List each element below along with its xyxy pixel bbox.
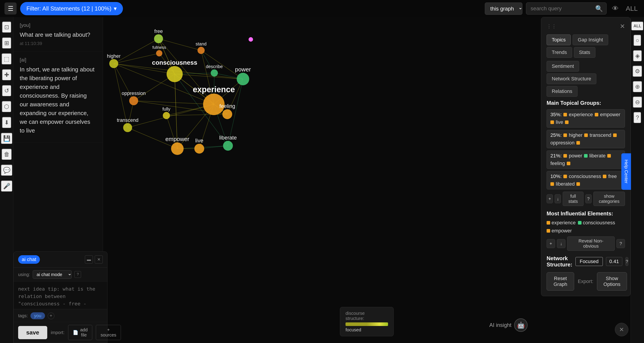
- microphone-icon[interactable]: 🎤: [1, 180, 12, 192]
- all-text-label: ALL: [626, 5, 638, 12]
- dot-empower: [595, 113, 598, 116]
- node-fully[interactable]: fully: [162, 106, 170, 119]
- chat-bubble-icon[interactable]: 💬: [1, 164, 12, 176]
- all-label-button[interactable]: ALL: [624, 3, 640, 14]
- menu-button[interactable]: ☰: [4, 2, 16, 14]
- discourse-title: discoursestructure:: [346, 311, 388, 321]
- tab-trends[interactable]: Trends: [546, 47, 572, 58]
- trash-icon[interactable]: 🗑: [2, 149, 12, 160]
- net-help-button[interactable]: ?: [626, 257, 628, 266]
- tags-label: tags:: [18, 313, 28, 318]
- dot-sq2: [576, 141, 580, 145]
- node-describe[interactable]: describe: [206, 64, 223, 76]
- node-label-higher: higher: [107, 53, 120, 59]
- search-submit-button[interactable]: 🔍: [592, 3, 606, 14]
- node-free[interactable]: free: [154, 28, 163, 43]
- dot-higher: [564, 134, 567, 137]
- node-label-consciousness: consciousness: [152, 59, 197, 66]
- circle-view-icon[interactable]: ○: [634, 35, 642, 46]
- tag-you[interactable]: you: [30, 312, 45, 319]
- help-action-button[interactable]: ?: [585, 194, 592, 203]
- dot-sq4: [576, 182, 580, 186]
- help-circle-icon[interactable]: ?: [634, 112, 641, 123]
- ai-chat-actions: save import: 📄 add file + sources: [14, 322, 107, 343]
- plus-action-button[interactable]: +: [546, 194, 553, 203]
- download-icon[interactable]: ⬇: [2, 117, 12, 128]
- ai-chat-label: ai chat: [18, 255, 40, 264]
- infl-consciousness: consciousness: [578, 220, 615, 226]
- dot-infl-emp: [546, 229, 550, 232]
- chat-mode-select[interactable]: ai chat mode search mode analysis mode: [33, 270, 72, 279]
- full-stats-button[interactable]: full stats: [563, 192, 583, 206]
- all-nodes-icon[interactable]: ALL: [631, 22, 644, 31]
- select-icon[interactable]: ⬚: [2, 53, 12, 65]
- panel-close-button[interactable]: ✕: [620, 22, 625, 30]
- node-power[interactable]: power: [235, 66, 251, 85]
- node-label-fully: fully: [162, 106, 170, 112]
- graph-nodes[interactable]: experienceconsciousnesspowerempowerlivel…: [107, 28, 251, 155]
- show-categories-button[interactable]: show categories: [594, 192, 625, 206]
- add-tag-button[interactable]: +: [48, 312, 54, 319]
- node-liberate[interactable]: liberate: [219, 134, 237, 151]
- zoom-in-icon[interactable]: ⊕: [633, 81, 642, 92]
- search-scope-select[interactable]: this graph all graphs: [485, 2, 522, 15]
- save-disk-icon[interactable]: 💾: [1, 133, 12, 144]
- dot-free: [603, 175, 606, 178]
- history-icon[interactable]: ↺: [2, 85, 12, 96]
- add-node-icon[interactable]: ✚: [2, 69, 12, 80]
- dot-experience: [564, 113, 567, 116]
- settings-gear-icon[interactable]: ⚙: [632, 66, 642, 77]
- zoom-out-icon[interactable]: ⊖: [633, 96, 642, 108]
- tab-sentiment[interactable]: Sentiment: [546, 61, 579, 72]
- top-bar: ☰ Filter: All Statements (12 | 100%) ▾ t…: [0, 0, 644, 17]
- drag-handle-icon[interactable]: ⋮⋮: [546, 24, 556, 29]
- node-stand[interactable]: stand: [196, 42, 207, 54]
- save-button[interactable]: save: [18, 326, 47, 339]
- svg-point-57: [163, 112, 170, 119]
- tab-topics[interactable]: Topics: [546, 34, 571, 45]
- net-structure-label: Network Structure:: [546, 255, 572, 268]
- camera-icon-button[interactable]: 👁: [610, 3, 620, 14]
- node-live[interactable]: live: [194, 138, 204, 154]
- dot-oppression: [613, 134, 617, 137]
- pink-node[interactable]: [248, 37, 253, 42]
- add-file-button[interactable]: 📄 add file: [68, 325, 92, 340]
- grid-icon[interactable]: ⊞: [2, 38, 12, 49]
- infl-plus-button[interactable]: +: [546, 239, 555, 248]
- dot-power: [564, 154, 567, 158]
- diamond-view-icon[interactable]: ◈: [633, 50, 642, 62]
- left-sidebar: ⊡ ⊞ ⬚ ✚ ↺ ⬡ ⬇ 💾 🗑 💬 🎤 InfraNodus: [0, 17, 14, 343]
- tab-stats[interactable]: Stats: [574, 47, 596, 58]
- filter-button[interactable]: Filter: All Statements (12 | 100%) ▾: [20, 2, 123, 15]
- minimize-button[interactable]: ▬: [85, 256, 93, 264]
- reveal-nonobvious-button[interactable]: Reveal Non-obvious: [567, 236, 615, 251]
- infl-help-button[interactable]: ?: [616, 239, 625, 248]
- infl-empower: empower: [546, 228, 572, 234]
- node-transcend[interactable]: transcend: [117, 117, 138, 132]
- infl-down-button[interactable]: ↓: [557, 239, 566, 248]
- node-oppression[interactable]: oppression: [122, 90, 146, 105]
- node-higher[interactable]: higher: [107, 53, 120, 68]
- mode-help-button[interactable]: ?: [74, 271, 81, 278]
- sources-button[interactable]: + sources: [96, 325, 121, 340]
- node-consciousness[interactable]: consciousness: [152, 59, 197, 82]
- chat-author-ai: [ai]: [20, 57, 96, 63]
- dot-feeling: [607, 154, 611, 158]
- network-icon[interactable]: ⬡: [2, 101, 12, 112]
- close-chat-button[interactable]: ✕: [95, 256, 103, 264]
- tab-network-structure[interactable]: Network Structure: [546, 74, 596, 84]
- chat-textarea[interactable]: [14, 282, 107, 308]
- influential-actions-row: + ↓ Reveal Non-obvious ?: [546, 236, 625, 251]
- node-empower[interactable]: empower: [166, 136, 190, 155]
- node-label-stand: stand: [196, 42, 207, 46]
- show-options-button[interactable]: Show Options: [597, 272, 627, 290]
- tab-row-2: Sentiment Network Structure Relations: [546, 61, 625, 97]
- down-action-button[interactable]: ↓: [555, 194, 561, 203]
- hide-panel-icon[interactable]: ⊡: [2, 22, 12, 33]
- help-center-tab[interactable]: Help Center: [622, 153, 631, 190]
- tab-relations[interactable]: Relations: [546, 86, 578, 97]
- tab-gap-insight[interactable]: Gap Insight: [572, 34, 608, 45]
- svg-point-46: [237, 73, 249, 85]
- ai-chat-footer: tags: you +: [14, 310, 107, 322]
- reset-graph-button[interactable]: Reset Graph: [546, 272, 574, 290]
